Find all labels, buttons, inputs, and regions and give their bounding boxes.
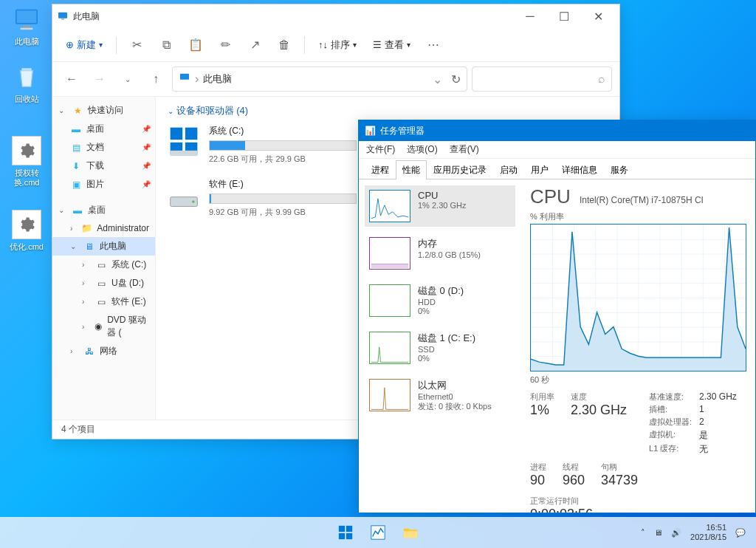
- cpu-model: Intel(R) Core(TM) i7-10875H CI: [580, 195, 704, 205]
- sidebar-quick-access[interactable]: ⌄★快速访问: [52, 101, 155, 120]
- perf-card-cpu[interactable]: CPU1% 2.30 GHz: [365, 185, 515, 227]
- back-button[interactable]: ←: [60, 67, 83, 91]
- tab-processes[interactable]: 进程: [365, 160, 396, 179]
- perf-card-ethernet[interactable]: 以太网Ethernet0发送: 0 接收: 0 Kbps: [365, 374, 515, 417]
- perf-card-disk1[interactable]: 磁盘 1 (C: E:)SSD0%: [365, 327, 515, 369]
- monitor-icon: 🖥: [83, 241, 95, 253]
- sidebar-desktop-group[interactable]: ⌄▬桌面: [52, 201, 155, 219]
- sort-icon: ↑↓: [318, 39, 328, 50]
- svg-rect-1: [17, 10, 37, 23]
- chart-y-label: % 利用率: [530, 211, 746, 222]
- sidebar-item-drive-c[interactable]: ›▭系统 (C:): [52, 256, 155, 274]
- chevron-down-icon[interactable]: ⌄: [116, 67, 140, 91]
- forward-button[interactable]: →: [88, 67, 111, 91]
- svg-rect-7: [180, 74, 189, 80]
- sidebar-item-admin[interactable]: ›📁Administrator: [52, 219, 155, 237]
- new-button[interactable]: ⊕ 新建 ▾: [60, 33, 109, 57]
- windows-drive-icon: [168, 125, 200, 157]
- drive-icon: ▭: [95, 296, 107, 308]
- drive-icon: ▭: [95, 259, 107, 271]
- taskmgr-titlebar[interactable]: 📊 任务管理器: [359, 120, 755, 141]
- minimize-button[interactable]: ─: [513, 4, 547, 28]
- tab-details[interactable]: 详细信息: [555, 160, 604, 179]
- desktop-icon-cmd2[interactable]: 优化.cmd: [4, 210, 49, 252]
- desktop-icon-this-pc[interactable]: 此电脑: [4, 4, 49, 47]
- disc-icon: ◉: [93, 321, 103, 332]
- up-button[interactable]: ↑: [144, 67, 168, 91]
- disk-sparkline: [369, 332, 410, 364]
- tab-performance[interactable]: 性能: [396, 160, 427, 179]
- taskmgr-icon: 📊: [365, 126, 376, 136]
- start-button[interactable]: [331, 518, 360, 547]
- taskmgr-menubar: 文件(F) 选项(O) 查看(V): [359, 141, 755, 159]
- chart-x-label: 60 秒: [530, 374, 746, 386]
- desktop-icon-recycle-bin[interactable]: 回收站: [4, 62, 49, 104]
- close-button[interactable]: ✕: [581, 4, 615, 28]
- memory-sparkline: [369, 237, 410, 270]
- desktop-icon: ▬: [70, 123, 82, 135]
- view-button[interactable]: ☰ 查看 ▾: [367, 33, 416, 57]
- explorer-sidebar: ⌄★快速访问 ▬桌面📌 ▤文档📌 ⬇下载📌 ▣图片📌 ⌄▬桌面 ›📁Admini…: [52, 97, 156, 419]
- svg-rect-2: [23, 25, 30, 27]
- plus-icon: ⊕: [66, 39, 74, 50]
- perf-card-disk0[interactable]: 磁盘 0 (D:)HDD0%: [365, 280, 515, 321]
- task-manager-window: 📊 任务管理器 文件(F) 选项(O) 查看(V) 进程 性能 应用历史记录 启…: [358, 120, 756, 513]
- taskbar-explorer[interactable]: [396, 518, 425, 547]
- sidebar-item-dvd[interactable]: ›◉DVD 驱动器 (: [52, 311, 155, 342]
- menu-file[interactable]: 文件(F): [366, 143, 395, 156]
- taskbar-taskmgr[interactable]: [363, 518, 393, 547]
- menu-options[interactable]: 选项(O): [407, 143, 437, 156]
- menu-view[interactable]: 查看(V): [450, 143, 479, 156]
- sidebar-item-this-pc[interactable]: ⌄🖥此电脑: [52, 237, 155, 256]
- process-count: 90: [530, 473, 546, 488]
- svg-rect-4: [21, 68, 31, 70]
- chevron-down-icon[interactable]: ⌄: [433, 72, 442, 86]
- drive-name: 软件 (E:): [209, 178, 357, 191]
- maximize-button[interactable]: ☐: [547, 4, 581, 28]
- share-icon[interactable]: ↗: [242, 33, 267, 57]
- disk-sparkline: [369, 284, 410, 317]
- tray-monitor-icon[interactable]: 🖥: [654, 528, 662, 537]
- explorer-titlebar[interactable]: 此电脑 ─ ☐ ✕: [52, 4, 619, 28]
- sidebar-item-downloads[interactable]: ⬇下载📌: [52, 157, 155, 175]
- document-icon: ▤: [70, 142, 82, 154]
- desktop-icon: ▬: [72, 205, 83, 216]
- group-header[interactable]: ⌄ 设备和驱动器 (4): [168, 104, 608, 117]
- tab-users[interactable]: 用户: [524, 160, 555, 179]
- taskbar-clock[interactable]: 16:51 2021/8/15: [690, 523, 726, 542]
- tab-startup[interactable]: 启动: [493, 160, 524, 179]
- taskbar: ˄ 🖥 🔊 16:51 2021/8/15 💬: [0, 517, 756, 548]
- perf-detail: CPU Intel(R) Core(TM) i7-10875H CI % 利用率…: [521, 179, 755, 513]
- more-icon[interactable]: ⋯: [421, 33, 446, 57]
- sidebar-item-drive-d[interactable]: ›▭U盘 (D:): [52, 274, 155, 292]
- folder-icon: 📁: [81, 222, 92, 234]
- tray-chevron-icon[interactable]: ˄: [641, 528, 645, 538]
- refresh-icon[interactable]: ↻: [451, 72, 461, 86]
- sidebar-item-network[interactable]: ›🖧网络: [52, 342, 155, 360]
- perf-card-memory[interactable]: 内存1.2/8.0 GB (15%): [365, 233, 515, 274]
- cut-icon[interactable]: ✂: [124, 33, 149, 57]
- window-title: 任务管理器: [380, 125, 425, 137]
- pin-icon: 📌: [142, 143, 151, 151]
- svg-rect-21: [371, 526, 385, 539]
- tray-notification-icon[interactable]: 💬: [735, 528, 746, 538]
- sidebar-item-documents[interactable]: ▤文档📌: [52, 138, 155, 157]
- uptime: 0:00:03:56: [530, 507, 746, 513]
- sort-button[interactable]: ↑↓ 排序 ▾: [312, 33, 362, 57]
- tray-volume-icon[interactable]: 🔊: [671, 528, 681, 538]
- rename-icon[interactable]: ✏: [213, 33, 238, 57]
- search-input[interactable]: ⌕: [472, 66, 612, 92]
- svg-rect-18: [346, 526, 352, 532]
- sidebar-item-drive-e[interactable]: ›▭软件 (E:): [52, 292, 155, 311]
- breadcrumb: 此电脑: [203, 72, 428, 86]
- copy-icon[interactable]: ⧉: [154, 33, 179, 57]
- explorer-toolbar: ⊕ 新建 ▾ ✂ ⧉ 📋 ✏ ↗ 🗑 ↑↓ 排序 ▾ ☰ 查看 ▾ ⋯: [52, 28, 619, 62]
- sidebar-item-pictures[interactable]: ▣图片📌: [52, 175, 155, 193]
- desktop-icon-cmd1[interactable]: 授权转换.cmd: [4, 136, 49, 188]
- address-bar[interactable]: › 此电脑 ⌄ ↻: [172, 66, 467, 92]
- sidebar-item-desktop[interactable]: ▬桌面📌: [52, 120, 155, 138]
- paste-icon[interactable]: 📋: [183, 33, 208, 57]
- tab-app-history[interactable]: 应用历史记录: [427, 160, 493, 179]
- tab-services[interactable]: 服务: [604, 160, 635, 179]
- delete-icon[interactable]: 🗑: [272, 33, 297, 57]
